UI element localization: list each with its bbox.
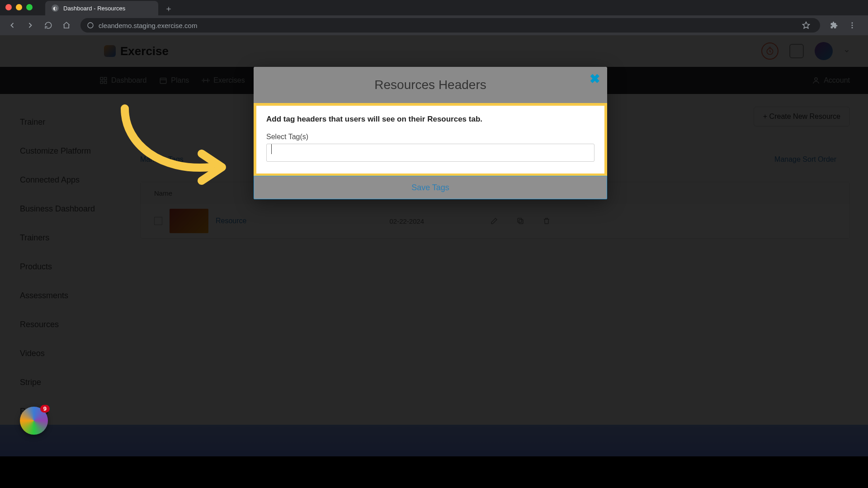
site-info-icon <box>87 22 94 29</box>
window-minimize-button[interactable] <box>16 4 22 10</box>
url-text: cleandemo.staging.exercise.com <box>99 22 197 29</box>
star-icon <box>802 21 810 29</box>
back-button[interactable] <box>5 18 20 33</box>
resources-headers-modal: Resources Headers ✖ Add tag headers that… <box>254 67 607 199</box>
arrow-right-icon <box>26 21 35 30</box>
svg-point-1 <box>852 22 853 23</box>
reload-button[interactable] <box>41 18 56 33</box>
svg-point-3 <box>852 27 853 28</box>
address-bar[interactable]: cleandemo.staging.exercise.com <box>80 18 820 33</box>
modal-title: Resources Headers <box>374 78 486 92</box>
tab-bar: ◐ Dashboard - Resources ＋ <box>0 0 868 15</box>
browser-chrome: ◐ Dashboard - Resources ＋ cleandemo.stag… <box>0 0 868 35</box>
tab-favicon: ◐ <box>52 5 59 12</box>
puzzle-icon <box>830 21 838 29</box>
modal-highlight-area: Add tag headers that users will see on t… <box>254 103 607 176</box>
save-tags-label: Save Tags <box>411 183 449 192</box>
tab-title: Dashboard - Resources <box>63 5 125 12</box>
browser-toolbar: cleandemo.staging.exercise.com <box>0 15 868 35</box>
browser-menu-button[interactable] <box>844 18 860 33</box>
browser-tab[interactable]: ◐ Dashboard - Resources <box>45 1 158 15</box>
new-tab-button[interactable]: ＋ <box>162 2 175 15</box>
reload-icon <box>44 21 52 29</box>
help-widget[interactable]: 9 <box>20 407 48 435</box>
select-tags-input[interactable] <box>266 144 594 162</box>
modal-instruction: Add tag headers that users will see on t… <box>266 115 594 124</box>
notification-count-badge: 9 <box>40 405 50 413</box>
arrow-left-icon <box>8 21 17 30</box>
page-viewport: Exercise Dashboard Plans Exercises Accou… <box>0 35 868 456</box>
home-button[interactable] <box>59 18 74 33</box>
forward-button[interactable] <box>23 18 38 33</box>
window-zoom-button[interactable] <box>26 4 33 10</box>
bookmark-button[interactable] <box>798 18 814 33</box>
text-cursor <box>271 144 272 154</box>
window-traffic-lights <box>5 4 33 10</box>
modal-close-button[interactable]: ✖ <box>590 71 600 86</box>
extensions-button[interactable] <box>826 18 842 33</box>
svg-point-2 <box>852 25 853 26</box>
modal-header: Resources Headers ✖ <box>254 67 607 103</box>
save-tags-button[interactable]: Save Tags <box>254 176 607 199</box>
svg-point-0 <box>88 23 93 28</box>
window-close-button[interactable] <box>5 4 12 10</box>
home-icon <box>62 21 71 29</box>
kebab-icon <box>848 21 856 29</box>
select-tags-label: Select Tag(s) <box>266 133 594 141</box>
